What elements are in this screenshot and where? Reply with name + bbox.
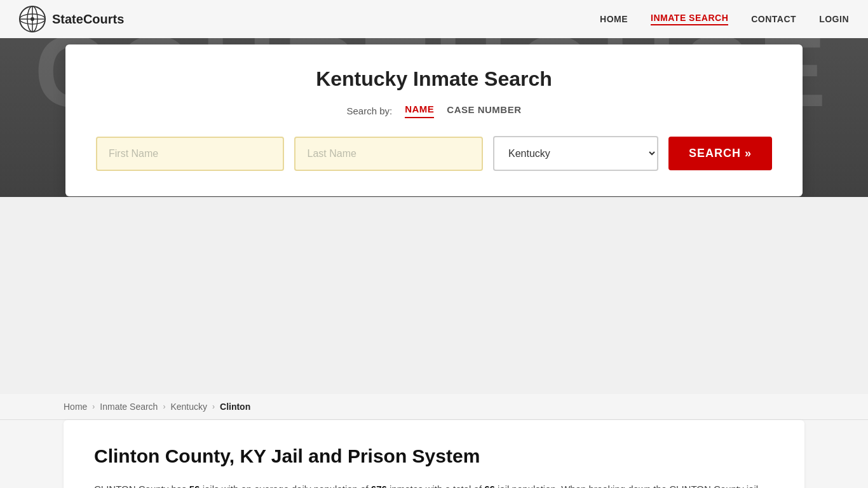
search-by-label: Search by: bbox=[346, 105, 392, 116]
search-inputs-row: Kentucky Alabama Alaska Arizona Californ… bbox=[96, 136, 772, 171]
nav-home[interactable]: HOME bbox=[600, 14, 628, 24]
header-section: COURTHOUSE StateCourts HOME INMATE SEARC… bbox=[0, 0, 868, 197]
search-button[interactable]: SEARCH » bbox=[668, 137, 772, 170]
main-content: Clinton County, KY Jail and Prison Syste… bbox=[0, 420, 868, 488]
breadcrumb-chevron-2: › bbox=[163, 402, 165, 411]
breadcrumb-inmate-search[interactable]: Inmate Search bbox=[100, 402, 158, 412]
search-card: Kentucky Inmate Search Search by: NAME C… bbox=[65, 44, 803, 196]
stat-total-inline: 66 bbox=[484, 484, 495, 488]
navigation-bar: StateCourts HOME INMATE SEARCH CONTACT L… bbox=[0, 0, 868, 38]
tab-name[interactable]: NAME bbox=[405, 104, 434, 118]
state-select[interactable]: Kentucky Alabama Alaska Arizona Californ… bbox=[493, 136, 658, 171]
breadcrumb-kentucky[interactable]: Kentucky bbox=[170, 402, 207, 412]
nav-links: HOME INMATE SEARCH CONTACT LOGIN bbox=[600, 13, 849, 25]
nav-inmate-search[interactable]: INMATE SEARCH bbox=[651, 13, 728, 25]
breadcrumb-clinton: Clinton bbox=[220, 402, 250, 412]
content-description: CLINTON County has 56 jails with an aver… bbox=[94, 481, 774, 488]
content-card: Clinton County, KY Jail and Prison Syste… bbox=[64, 420, 804, 488]
tab-case-number[interactable]: CASE NUMBER bbox=[447, 104, 521, 118]
logo-icon bbox=[19, 6, 46, 32]
search-by-row: Search by: NAME CASE NUMBER bbox=[96, 104, 772, 118]
content-title: Clinton County, KY Jail and Prison Syste… bbox=[94, 445, 774, 467]
search-card-title: Kentucky Inmate Search bbox=[96, 67, 772, 91]
stat-population-inline: 676 bbox=[371, 484, 387, 488]
breadcrumb-chevron-3: › bbox=[212, 402, 215, 411]
nav-login[interactable]: LOGIN bbox=[819, 14, 849, 24]
last-name-input[interactable] bbox=[294, 137, 482, 171]
breadcrumb-chevron-1: › bbox=[92, 402, 95, 411]
stat-jails-inline: 56 bbox=[189, 484, 200, 488]
nav-contact[interactable]: CONTACT bbox=[751, 14, 796, 24]
logo-area[interactable]: StateCourts bbox=[19, 6, 124, 32]
breadcrumb-home[interactable]: Home bbox=[64, 402, 87, 412]
logo-text: StateCourts bbox=[52, 12, 124, 27]
first-name-input[interactable] bbox=[96, 137, 284, 171]
breadcrumb-bar: Home › Inmate Search › Kentucky › Clinto… bbox=[0, 394, 868, 420]
